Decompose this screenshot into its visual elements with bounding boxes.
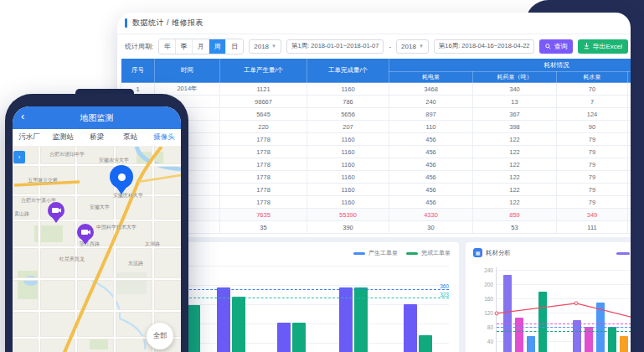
table-cell: 124 [557, 108, 628, 121]
table-row: 98667786240137690 [121, 96, 631, 108]
table-cell: 456 [389, 184, 473, 196]
table-cell: 122 [473, 184, 557, 196]
y-axis-tick: 80 [487, 324, 497, 330]
legend-item[interactable]: 产生工单量 [353, 249, 398, 257]
chart-title: ▦ 耗材分析 [473, 248, 511, 257]
query-button[interactable]: 查询 [539, 39, 573, 54]
total-row: 合计763555390433085934933 [121, 209, 631, 221]
table-cell: 897 [389, 108, 473, 121]
table-cell: 367 [473, 108, 557, 121]
table-cell: 456 [389, 196, 473, 209]
phone-tab-监测站[interactable]: 监测站 [46, 132, 80, 142]
table-cell: 79 [557, 158, 628, 171]
phone-tab-泵站[interactable]: 泵站 [114, 132, 147, 142]
dashboard-card: 数据统计 / 维修报表 统计周期: 年季月周日 2018 ▼ 第1周: 2018… [117, 13, 631, 352]
period-option-月[interactable]: 月 [193, 39, 209, 54]
y-axis-tick: 40 [487, 339, 497, 344]
table-cell: 1160 [307, 146, 389, 158]
table-cell: 207 [307, 121, 389, 133]
period-label: 统计周期: [125, 42, 153, 51]
map-expand-button[interactable]: › [13, 151, 25, 163]
table-cell: 98667 [220, 96, 307, 108]
table-cell: 13 [473, 96, 557, 108]
selected-pin-marker[interactable] [110, 165, 133, 200]
end-year-value: 2018 [401, 43, 416, 50]
phone-tab-摄像头[interactable]: 摄像头 [147, 132, 181, 142]
table-row: 177811604561227967 [121, 196, 631, 209]
table-cell: 398 [473, 121, 557, 133]
table-row: 2202071103989019 [121, 121, 631, 133]
period-option-日[interactable]: 日 [226, 39, 243, 54]
end-week-value: 第16周: 2018-04-16~2018-04-22 [439, 42, 530, 50]
table-body: 12014年1121116034683407025098667786240137… [121, 83, 631, 234]
period-segment: 年季月周日 [158, 39, 244, 54]
export-excel-label: 导出Excel [592, 42, 622, 51]
charts-strip: 产生工单量完成工单量 360323 ▦ 耗材分析 240200160120804… [117, 237, 631, 352]
start-year-select[interactable]: 2018 ▼ [249, 39, 281, 54]
phone-tab-桥梁[interactable]: 桥梁 [80, 132, 113, 142]
table-row: 177811604561227967 [121, 133, 631, 146]
chart-icon: ▦ [473, 248, 482, 257]
reference-line: 323 [185, 298, 449, 298]
back-icon[interactable]: ‹ [21, 110, 24, 122]
map-all-button[interactable]: 全部 [147, 323, 173, 349]
table-cell: 1160 [307, 133, 389, 146]
search-icon [545, 44, 551, 49]
end-week-input[interactable]: 第16周: 2018-04-16~2018-04-22 [434, 39, 535, 54]
phone-tab-污水厂[interactable]: 污水厂 [13, 132, 46, 142]
table-cell: 70 [557, 83, 628, 96]
table-cell: 129 [628, 108, 631, 121]
y-axis-tick: 240 [484, 267, 497, 273]
start-week-value: 第1周: 2018-01-01~2018-01-07 [291, 42, 379, 50]
phone-header: ‹ 地图监测 [13, 106, 181, 129]
table-cell: 122 [473, 171, 557, 184]
chevron-down-icon: ▼ [419, 44, 424, 49]
camera-marker[interactable] [48, 202, 64, 227]
table-cell: 110 [389, 121, 473, 133]
bar-generated [277, 323, 291, 352]
table-cell: 1160 [307, 83, 389, 96]
col-header-completed: 工单完成量/个 [307, 59, 389, 83]
page: 数据统计 / 维修报表 统计周期: 年季月周日 2018 ▼ 第1周: 2018… [0, 0, 644, 352]
table-cell: 1778 [220, 133, 307, 146]
table-cell: 67 [628, 158, 631, 171]
period-option-季[interactable]: 季 [176, 39, 193, 54]
table-cell: 67 [628, 171, 631, 184]
export-excel-button[interactable]: 导出Excel [578, 39, 628, 54]
table-cell: 67 [628, 196, 631, 209]
table-cell: 1160 [307, 171, 389, 184]
start-week-input[interactable]: 第1周: 2018-01-01~2018-01-07 [286, 39, 384, 54]
table-cell: 250 [628, 83, 631, 96]
col-subheader: 耗电量 [389, 72, 473, 83]
table-cell: 1160 [307, 196, 389, 209]
table-cell: 1778 [220, 196, 307, 209]
table-cell: 53 [473, 221, 557, 234]
bar-completed [419, 335, 432, 352]
table-cell: 122 [473, 158, 557, 171]
table-cell: 19 [628, 121, 631, 133]
table-row: 177811604561227967 [121, 184, 631, 196]
map-view[interactable]: › 合肥市琥珀中学安徽农业大学五里墩立交桥安徽医科大学合肥市宁溪小学安徽大学黄山… [13, 147, 181, 352]
map-label: 东流路 [128, 260, 143, 267]
period-option-周[interactable]: 周 [209, 39, 226, 54]
period-option-年[interactable]: 年 [159, 39, 176, 54]
table-cell: 14 [628, 221, 631, 234]
report-table: 序号 时间 工单产生量/个 工单完成量/个 耗材情况 耗电量耗药量（吨）耗水量费… [121, 58, 631, 234]
table-cell: 79 [557, 196, 628, 209]
table-cell: 7635 [220, 209, 307, 221]
col-header-time: 时间 [155, 59, 220, 83]
camera-marker[interactable] [77, 224, 94, 249]
workorder-bar-chart: 360323 [184, 266, 449, 352]
average-row: 平均值35390305311114 [121, 221, 631, 234]
table-cell: 456 [389, 133, 473, 146]
table-cell: 1160 [307, 158, 389, 171]
table-row: 177811604561227967 [121, 171, 631, 184]
y-axis-tick: 160 [484, 296, 497, 302]
table-cell: 7 [557, 96, 628, 108]
end-year-select[interactable]: 2018 ▼ [396, 39, 429, 54]
trend-line [497, 267, 631, 352]
map-label: 安徽大学 [90, 204, 110, 211]
table-cell: 349 [557, 209, 628, 221]
legend-item[interactable]: 完成工单量 [406, 249, 451, 257]
table-cell: 456 [389, 171, 473, 184]
